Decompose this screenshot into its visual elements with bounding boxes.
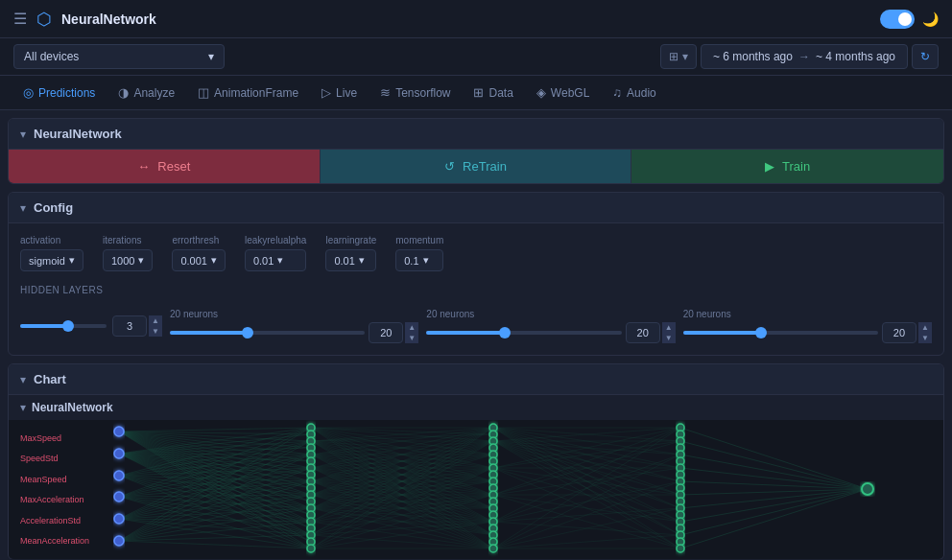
layers-row: 3 ▲ ▼ 20 neurons: [20, 309, 932, 343]
retrain-icon: ↺: [444, 159, 455, 174]
device-select[interactable]: All devices ▾: [13, 44, 225, 69]
stepper-up[interactable]: ▲: [662, 322, 676, 333]
config-section-header[interactable]: ▾ Config: [9, 193, 943, 223]
tab-animationframe[interactable]: ◫ AnimationFrame: [188, 80, 308, 105]
layer3-value: 20: [882, 322, 916, 343]
svg-line-208: [493, 508, 680, 548]
device-select-value: All devices: [24, 50, 79, 63]
param-iterations: iterations 1000 ▾: [103, 235, 153, 271]
svg-point-245: [307, 545, 315, 552]
svg-line-209: [493, 535, 680, 548]
svg-point-221: [114, 427, 124, 436]
predictions-icon: ◎: [23, 85, 34, 100]
layer2-value: 20: [626, 322, 660, 343]
reset-button[interactable]: ↔ Reset: [9, 150, 321, 183]
layer2-stepper[interactable]: ▲ ▼: [662, 322, 676, 343]
svg-line-53: [119, 495, 311, 497]
nn-svg: [9, 420, 943, 559]
neural-network-title: NeuralNetwork: [34, 127, 122, 141]
stepper-down[interactable]: ▼: [918, 333, 932, 343]
chevron-down-icon: ▾: [20, 373, 26, 386]
layer1-neurons-label: 20 neurons: [170, 309, 418, 319]
stepper-down[interactable]: ▼: [662, 333, 676, 343]
layer1-slider[interactable]: [170, 331, 365, 335]
layer-count-value: 3: [112, 315, 147, 337]
svg-line-220: [680, 489, 868, 548]
svg-point-283: [677, 545, 684, 552]
layer1-stepper[interactable]: ▲ ▼: [405, 322, 418, 343]
layer2-slider[interactable]: [426, 331, 621, 335]
svg-line-215: [680, 481, 868, 489]
date-to: ~ 4 months ago: [816, 50, 895, 63]
param-activation: activation sigmoid ▾: [20, 235, 83, 271]
tab-tensorflow[interactable]: ≋ Tensorflow: [370, 80, 460, 105]
chevron-down-icon: ▾: [682, 50, 688, 63]
svg-line-211: [680, 428, 868, 489]
calendar-button[interactable]: ⊞ ▾: [660, 44, 697, 69]
tab-live[interactable]: ▷ Live: [312, 80, 367, 105]
tab-predictions[interactable]: ◎ Predictions: [13, 80, 105, 105]
svg-point-223: [114, 471, 124, 480]
audio-icon: ♫: [612, 85, 622, 100]
train-button[interactable]: ▶ Train: [631, 150, 943, 183]
tab-analyze[interactable]: ◑ Analyze: [108, 80, 184, 105]
svg-line-212: [680, 441, 868, 489]
svg-line-46: [119, 476, 311, 535]
layer-count-stepper[interactable]: ▲ ▼: [149, 315, 162, 337]
chart-section-header[interactable]: ▾ Chart: [9, 364, 943, 395]
svg-line-18: [119, 432, 311, 548]
config-params: activation sigmoid ▾ iterations 1000 ▾ e…: [20, 235, 932, 271]
learningrate-label: learningRate: [325, 235, 376, 245]
tab-audio[interactable]: ♫ Audio: [603, 80, 665, 105]
stepper-down[interactable]: ▼: [405, 333, 418, 343]
theme-toggle[interactable]: [880, 10, 915, 29]
stepper-up[interactable]: ▲: [405, 322, 418, 333]
stepper-down[interactable]: ▼: [149, 326, 162, 337]
momentum-select[interactable]: 0.1 ▾: [395, 249, 443, 271]
activation-select[interactable]: sigmoid ▾: [20, 249, 83, 271]
stepper-up[interactable]: ▲: [149, 315, 162, 326]
logo-icon: ⬡: [36, 9, 52, 30]
date-range: ⊞ ▾ ~ 6 months ago → ~ 4 months ago ↻: [660, 44, 939, 69]
chevron-down-icon: ▾: [423, 254, 429, 267]
momentum-label: momentum: [395, 235, 443, 245]
tab-audio-label: Audio: [627, 86, 656, 100]
train-icon: ▶: [765, 159, 774, 174]
learningrate-select[interactable]: 0.01 ▾: [325, 249, 376, 271]
svg-line-206: [493, 455, 680, 548]
layer3-slider[interactable]: [683, 331, 878, 335]
hamburger-icon[interactable]: ☰: [13, 10, 27, 28]
leakyrelualpha-select[interactable]: 0.01 ▾: [245, 249, 307, 271]
layer3-stepper[interactable]: ▲ ▼: [918, 322, 932, 343]
header-left: ☰ ⬡ NeuralNetwork: [13, 9, 156, 30]
stepper-up[interactable]: ▲: [918, 322, 932, 333]
refresh-button[interactable]: ↻: [912, 44, 939, 69]
retrain-label: ReTrain: [463, 159, 507, 174]
tab-webgl[interactable]: ◈ WebGL: [527, 80, 599, 105]
neural-network-section-header[interactable]: ▾ NeuralNetwork: [9, 119, 943, 150]
data-icon: ⊞: [473, 85, 484, 100]
svg-line-37: [119, 454, 311, 548]
svg-line-77: [119, 541, 311, 548]
toolbar: All devices ▾ ⊞ ▾ ~ 6 months ago → ~ 4 m…: [0, 38, 952, 76]
hidden-layers: HIDDEN LAYERS 3 ▲ ▼: [20, 285, 932, 343]
chevron-down-icon: ▾: [20, 128, 26, 141]
tab-live-label: Live: [336, 86, 357, 100]
date-from: ~ 6 months ago: [713, 50, 793, 63]
retrain-button[interactable]: ↺ ReTrain: [321, 150, 632, 183]
svg-line-24: [119, 454, 311, 461]
date-range-display: ~ 6 months ago → ~ 4 months ago: [701, 44, 908, 69]
layer-count-slider[interactable]: [20, 324, 107, 328]
errorthresh-select[interactable]: 0.001 ▾: [172, 249, 226, 271]
svg-line-160: [311, 522, 493, 535]
live-icon: ▷: [321, 85, 331, 100]
chevron-down-icon: ▾: [211, 254, 217, 267]
svg-point-284: [862, 483, 873, 495]
tab-data[interactable]: ⊞ Data: [464, 80, 522, 105]
reset-label: Reset: [157, 159, 190, 174]
nn-subsection-header[interactable]: ▾ NeuralNetwork: [9, 395, 943, 420]
moon-icon: 🌙: [922, 12, 939, 27]
iterations-select[interactable]: 1000 ▾: [103, 249, 153, 271]
svg-line-58: [119, 428, 311, 519]
layer2-neurons-label: 20 neurons: [426, 309, 675, 319]
